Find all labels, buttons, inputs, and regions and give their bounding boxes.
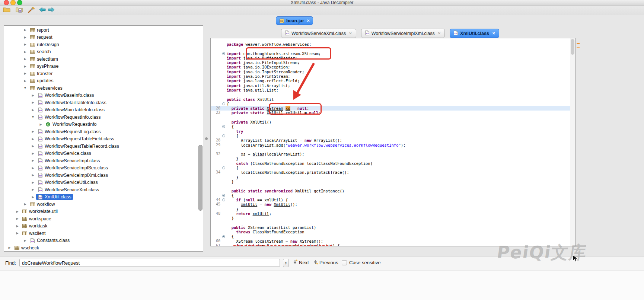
code-line[interactable]: public static synchronized XmlUtil getIn… — [211, 189, 570, 193]
code-line[interactable] — [211, 92, 570, 97]
collapse-arrow-icon[interactable]: ▼ — [22, 86, 28, 90]
expand-arrow-icon[interactable]: ▶ — [22, 239, 28, 242]
code-line[interactable]: { — [211, 134, 570, 138]
expand-arrow-icon[interactable]: ▶ — [22, 79, 28, 83]
tree-item-WorkflowServiceImpl.class[interactable]: ▶010WorkflowServiceImpl.class — [4, 157, 203, 165]
tree-item-webservices[interactable]: ▼webservices — [4, 84, 203, 92]
code-line[interactable] — [211, 115, 570, 120]
expand-arrow-icon[interactable]: ▶ — [30, 152, 36, 155]
code-line[interactable]: catch (ClassNotFoundException localClass… — [211, 161, 570, 166]
tree-item-WorkflowServiceUtil.class[interactable]: ▶010WorkflowServiceUtil.class — [4, 179, 203, 186]
tree-item-wsclient[interactable]: ▶wsclient — [4, 230, 203, 237]
expand-arrow-icon[interactable]: ▶ — [22, 28, 28, 32]
fold-collapse-icon[interactable] — [222, 235, 225, 238]
expand-arrow-icon[interactable]: ▶ — [14, 224, 20, 228]
editor-tab-XmlUtil.class[interactable]: 010XmlUtil.class✕ — [450, 29, 499, 38]
code-line[interactable]: import java.io.InputStreamReader; — [211, 70, 570, 74]
tree-item-WorkflowServiceImplSec.class[interactable]: ▶010WorkflowServiceImplSec.class — [4, 165, 203, 172]
fold-collapse-icon[interactable] — [222, 166, 225, 169]
tree-item-XmlUtil.class[interactable]: ▶010XmlUtil.class — [4, 194, 203, 201]
code-line[interactable]: { — [211, 166, 570, 170]
code-line[interactable] — [211, 147, 570, 152]
tree-item-report[interactable]: ▶report — [4, 26, 203, 34]
expand-arrow-icon[interactable]: ▶ — [14, 210, 20, 213]
tree-item-search[interactable]: ▶search — [4, 48, 203, 56]
expand-arrow-icon[interactable]: ▶ — [14, 232, 20, 235]
tree-item-Constants.class[interactable]: ▶010Constants.class — [4, 237, 203, 245]
code-line[interactable]: package weaver.workflow.webservices; — [211, 42, 570, 47]
find-previous-button[interactable]: Previous — [313, 259, 338, 266]
tree-item-WorkflowRequestInfo[interactable]: ▶CWorkflowRequestInfo — [4, 121, 203, 128]
tree-item-selectItem[interactable]: ▶selectItem — [4, 55, 203, 63]
code-line[interactable]: } — [211, 156, 570, 161]
code-line[interactable]: import java.io.BufferedReader; — [211, 56, 570, 60]
tree-item-WorkflowService.class[interactable]: ▶010WorkflowService.class — [4, 150, 203, 157]
code-line[interactable]: 32 xs = alias(localArrayList); — [211, 152, 570, 156]
tree-item-WorkflowDetailTableInfo.class[interactable]: ▶010WorkflowDetailTableInfo.class — [4, 99, 203, 106]
expand-arrow-icon[interactable]: ▶ — [30, 94, 36, 97]
save-button[interactable] — [15, 7, 24, 14]
tree-item-WorkflowRequestTableField.class[interactable]: ▶010WorkflowRequestTableField.class — [4, 135, 203, 143]
tree-item-WorkflowServiceXml.class[interactable]: ▶010WorkflowServiceXml.class — [4, 186, 203, 194]
code-line[interactable]: 29 localArrayList.add("weaver.workflow.w… — [211, 143, 570, 147]
expand-arrow-icon[interactable]: ▶ — [22, 50, 28, 54]
expand-arrow-icon[interactable]: ▶ — [38, 123, 44, 126]
expand-arrow-icon[interactable]: ▶ — [30, 137, 36, 141]
code-line[interactable]: import java.lang.reflect.Field; — [211, 79, 570, 83]
expand-arrow-icon[interactable]: ▶ — [30, 159, 36, 162]
close-tab-icon[interactable]: ✕ — [438, 31, 441, 35]
code-line[interactable]: import java.io.PrintStream; — [211, 74, 570, 79]
code-line[interactable]: { — [211, 102, 570, 106]
code-line[interactable]: 45 xmlUtil = new XmlUtil(); — [211, 202, 570, 207]
code-line[interactable]: public class XmlUtil — [211, 97, 570, 102]
tree-item-WorkflowServiceImplXml.class[interactable]: ▶010WorkflowServiceImplXml.class — [4, 172, 203, 179]
expand-arrow-icon[interactable]: ▶ — [30, 195, 36, 199]
code-line[interactable]: try — [211, 129, 570, 134]
code-line[interactable]: import com.thoughtworks.xstream.XStream; — [211, 51, 570, 56]
fold-collapse-icon[interactable] — [222, 198, 225, 201]
tree-item-WorkflowRequestLog.class[interactable]: ▶010WorkflowRequestLog.class — [4, 128, 203, 135]
open-button[interactable] — [2, 7, 11, 14]
expand-arrow-icon[interactable]: ▶ — [30, 173, 36, 177]
tree-item-worktask[interactable]: ▶worktask — [4, 223, 203, 230]
code-line[interactable]: import java.io.IOException; — [211, 65, 570, 69]
expand-arrow-icon[interactable]: ▶ — [22, 57, 28, 61]
code-line[interactable]: { — [211, 234, 570, 239]
expand-arrow-icon[interactable]: ▶ — [22, 202, 28, 206]
find-history-stepper[interactable]: ▲▼ — [283, 259, 289, 267]
code-line[interactable]: 44 if (null == xmlUtil) { — [211, 198, 570, 202]
code-line[interactable]: 28 ArrayList localArrayList = new ArrayL… — [211, 138, 570, 143]
fold-collapse-icon[interactable] — [222, 102, 225, 105]
fold-collapse-icon[interactable] — [222, 52, 225, 55]
close-jar-icon[interactable]: ✕ — [307, 19, 310, 23]
expand-arrow-icon[interactable]: ▶ — [22, 72, 28, 75]
tree-item-wscheck[interactable]: ▶wscheck — [4, 244, 203, 252]
collapse-arrow-icon[interactable]: ▼ — [30, 115, 36, 119]
code-line[interactable]: import java.util.ArrayList; — [211, 83, 570, 88]
case-sensitive-checkbox[interactable] — [342, 260, 347, 265]
package-tree-panel[interactable]: ▶report▶request▶ruleDesign▶search▶select… — [4, 25, 203, 252]
code-line[interactable]: 20 private static XStream xs = null; — [211, 106, 570, 111]
expand-arrow-icon[interactable]: ▶ — [22, 36, 28, 39]
back-button[interactable] — [38, 7, 47, 14]
expand-arrow-icon[interactable]: ▶ — [30, 108, 36, 112]
expand-arrow-icon[interactable]: ▶ — [30, 130, 36, 133]
code-line[interactable]: } — [211, 179, 570, 184]
code-line[interactable] — [211, 221, 570, 225]
tree-item-transfer[interactable]: ▶transfer — [4, 70, 203, 77]
expand-arrow-icon[interactable]: ▶ — [30, 181, 36, 184]
editor-tab-WorkflowServiceImplXml.class[interactable]: 010WorkflowServiceImplXml.class✕ — [361, 29, 445, 38]
tree-item-workrelate.util[interactable]: ▶workrelate.util — [4, 208, 203, 216]
tree-item-WorkflowBaseInfo.class[interactable]: ▶010WorkflowBaseInfo.class — [4, 92, 203, 99]
code-line[interactable]: } — [211, 216, 570, 220]
tree-item-request[interactable]: ▶request — [4, 34, 203, 41]
find-input[interactable] — [19, 259, 280, 267]
expand-arrow-icon[interactable]: ▶ — [22, 65, 28, 68]
stepper-down-icon[interactable]: ▼ — [285, 263, 287, 265]
close-tab-icon[interactable]: ✕ — [492, 31, 495, 35]
code-line[interactable]: private XmlUtil() — [211, 120, 570, 124]
tree-item-WorkflowRequestInfo.class[interactable]: ▼010WorkflowRequestInfo.class — [4, 114, 203, 121]
code-line[interactable]: throws ClassNotFoundException — [211, 230, 570, 234]
expand-arrow-icon[interactable]: ▶ — [14, 217, 20, 220]
tree-item-updates[interactable]: ▶updates — [4, 77, 203, 85]
